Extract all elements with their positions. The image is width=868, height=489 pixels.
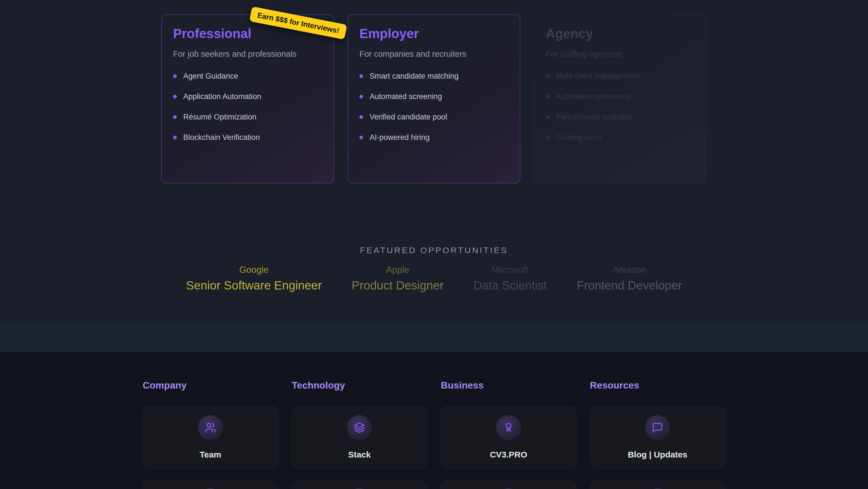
opportunities-carousel: Google Senior Software Engineer Apple Pr…	[0, 264, 868, 292]
opportunity-role: Product Designer	[351, 279, 444, 292]
plan-card-agency[interactable]: Agency For staffing agencies Multi-clien…	[534, 15, 707, 183]
bullet-dot-icon	[173, 115, 177, 119]
footer-headings-row: Company Technology Business Resources	[143, 379, 725, 406]
footer-heading-company: Company	[143, 379, 278, 391]
icon-circle	[496, 415, 521, 440]
opportunity-item-microsoft[interactable]: Microsoft Data Scientist	[473, 264, 547, 292]
plan-feature-list: Agent Guidance Application Automation Ré…	[173, 73, 322, 142]
plan-subtitle: For staffing agencies	[546, 49, 695, 59]
plan-title: Employer	[360, 26, 508, 41]
plan-subtitle: For companies and recruiters	[360, 49, 508, 59]
plan-title: Agency	[546, 26, 695, 41]
icon-circle	[198, 415, 223, 440]
plan-feature-label: Automated placement	[556, 92, 630, 101]
bullet-dot-icon	[173, 74, 177, 78]
plan-feature: Agent Guidance	[173, 73, 322, 80]
bullet-dot-icon	[546, 115, 550, 119]
icon-circle	[645, 415, 670, 440]
opportunity-company: Google	[186, 264, 322, 275]
plan-feature-label: Coming soon...	[556, 133, 608, 142]
footer-card-label: Blog | Updates	[628, 450, 687, 459]
plan-feature: Automated placement	[546, 93, 695, 101]
plan-feature-label: Application Automation	[183, 92, 261, 101]
plan-feature-label: Verified candidate pool	[370, 113, 447, 121]
plan-feature-label: Agent Guidance	[183, 72, 238, 81]
plan-feature: Smart candidate matching	[360, 73, 508, 80]
plan-card-professional[interactable]: Professional For job seekers and profess…	[161, 15, 334, 183]
plan-feature: Application Automation	[173, 93, 322, 101]
footer-card-partial[interactable]	[441, 481, 577, 489]
opportunity-role: Frontend Developer	[577, 279, 682, 292]
plans-section: Earn $$$ for Interviews! Professional Fo…	[0, 0, 868, 211]
footer-card-team[interactable]: Team	[143, 406, 278, 468]
footer-card-label: Stack	[348, 450, 371, 459]
plan-feature: Blockchain Verification	[173, 134, 322, 142]
opportunity-role: Senior Software Engineer	[186, 279, 322, 292]
icon-circle	[347, 415, 372, 440]
bullet-dot-icon	[360, 115, 363, 119]
opportunity-item-google[interactable]: Google Senior Software Engineer	[186, 264, 322, 292]
footer-card-label: Team	[200, 450, 221, 459]
footer-cards-row: Team Stack CV3.PRO	[143, 406, 725, 468]
footer-card-cv3pro[interactable]: CV3.PRO	[441, 406, 577, 468]
plan-feature: Verified candidate pool	[360, 113, 508, 121]
opportunity-company: Microsoft	[473, 264, 547, 275]
footer-heading-resources: Resources	[590, 379, 725, 391]
footer-card-stack[interactable]: Stack	[292, 406, 428, 468]
bullet-dot-icon	[360, 136, 363, 139]
opportunity-item-apple[interactable]: Apple Product Designer	[351, 264, 444, 292]
opportunity-company: Amazon	[577, 264, 682, 275]
opportunity-company: Apple	[351, 264, 444, 275]
plan-feature: AI-powered hiring	[360, 134, 508, 142]
footer-card-label: CV3.PRO	[490, 450, 527, 459]
footer-card-partial[interactable]	[143, 481, 278, 489]
featured-heading: FEATURED OPPORTUNITIES	[0, 211, 868, 255]
bullet-dot-icon	[546, 95, 550, 98]
footer-card-partial[interactable]	[590, 481, 725, 489]
users-icon	[205, 422, 216, 433]
plan-feature-label: Multi-client management	[556, 72, 639, 81]
opportunity-role: Data Scientist	[473, 279, 547, 292]
plan-feature-label: Blockchain Verification	[183, 133, 260, 142]
plan-feature-list: Smart candidate matching Automated scree…	[360, 73, 508, 142]
plans-row: Professional For job seekers and profess…	[0, 0, 868, 183]
section-divider-band	[0, 324, 868, 352]
bullet-dot-icon	[360, 95, 363, 98]
plan-feature: Automated screening	[360, 93, 508, 101]
footer-card-blog[interactable]: Blog | Updates	[590, 406, 725, 468]
plan-feature-label: Performance analytics	[556, 113, 632, 121]
plan-feature-label: Résumé Optimization	[183, 113, 256, 121]
featured-opportunities-section: FEATURED OPPORTUNITIES Google Senior Sof…	[0, 211, 868, 324]
plan-feature: Coming soon...	[546, 134, 695, 142]
bullet-dot-icon	[546, 136, 550, 139]
plan-feature-label: Automated screening	[370, 92, 442, 101]
footer-cards-row-partial	[143, 481, 725, 489]
footer-heading-technology: Technology	[292, 379, 428, 391]
award-icon	[503, 422, 514, 433]
footer-heading-business: Business	[441, 379, 577, 391]
message-square-icon	[652, 422, 663, 433]
bullet-dot-icon	[173, 136, 177, 139]
layers-icon	[354, 422, 365, 433]
plan-feature: Multi-client management	[546, 73, 695, 80]
bullet-dot-icon	[546, 74, 550, 78]
plan-feature-label: AI-powered hiring	[370, 133, 430, 142]
plan-feature: Résumé Optimization	[173, 113, 322, 121]
plan-card-employer[interactable]: Employer For companies and recruiters Sm…	[348, 15, 520, 183]
plan-feature-list: Multi-client management Automated placem…	[546, 73, 695, 142]
plan-feature: Performance analytics	[546, 113, 695, 121]
bullet-dot-icon	[360, 74, 363, 78]
plan-subtitle: For job seekers and professionals	[173, 49, 322, 59]
footer-card-partial[interactable]	[292, 481, 428, 489]
plan-feature-label: Smart candidate matching	[370, 72, 459, 81]
opportunity-item-amazon[interactable]: Amazon Frontend Developer	[577, 264, 682, 292]
bullet-dot-icon	[173, 95, 177, 98]
footer: Company Technology Business Resources Te…	[0, 352, 868, 489]
